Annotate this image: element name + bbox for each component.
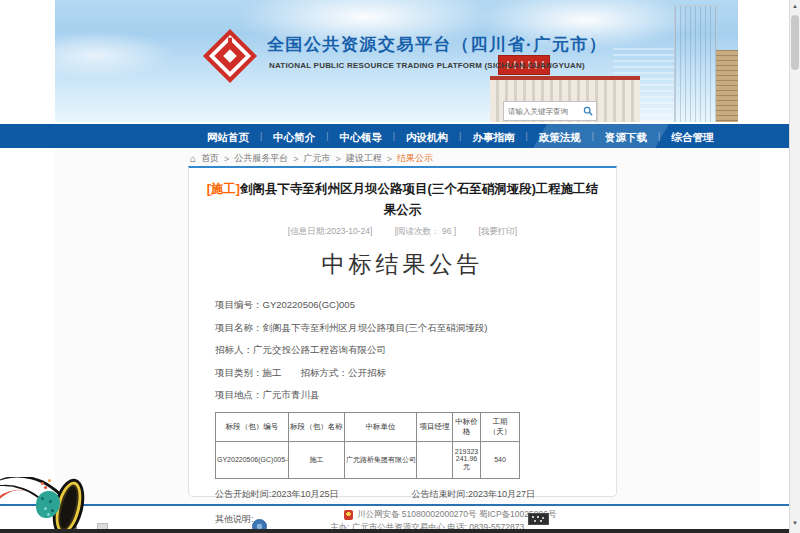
site-banner: 全国公共资源交易平台（四川省·广元市） NATIONAL PUBLIC RESO… [55, 0, 738, 122]
nav-item-management[interactable]: 综合管理 [660, 131, 724, 143]
scroll-up-icon[interactable]: ▲ [790, 3, 800, 9]
home-icon: ⌂ [190, 154, 196, 164]
field-tenderee: 招标人：广元交投公路工程咨询有限公司 [215, 344, 616, 357]
article-meta: [信息日期:2023-10-24] [阅读次数： 96 ] [我要打印] [189, 226, 616, 238]
article-card: [施工]剑阁县下寺至利州区月坝公路项目(三个石至硝洞垭段)工程施工结果公示 [信… [188, 166, 617, 497]
breadcrumb-separator: > [293, 154, 298, 164]
table-header-row: 标段（包）编号 标段（包）名称 中标单位 项目经理 中标价格 工期（天） [216, 412, 520, 441]
col-duration: 工期（天） [481, 412, 520, 441]
print-link[interactable]: [我要打印] [479, 226, 518, 236]
table-row: GY20220506(GC)005-003 施工 广元路桥集团有限公司 2193… [216, 441, 520, 478]
cell-winning-bidder: 广元路桥集团有限公司 [345, 441, 417, 478]
field-location: 项目地点：广元市青川县 [215, 389, 616, 402]
article-title: [施工]剑阁县下寺至利州区月坝公路项目(三个石至硝洞垭段)工程施工结果公示 [205, 179, 600, 220]
cell-section-name: 施工 [289, 441, 345, 478]
breadcrumb-guangyuan[interactable]: 广元市 [304, 152, 331, 165]
beian-text: 川公网安备 51080002000270号 蜀ICP备10025896号 [357, 509, 556, 521]
meta-views: [阅读次数： 96 ] [395, 226, 456, 236]
nav-item-downloads[interactable]: 资源下载 [594, 131, 658, 143]
nav-list: 网站首页 | 中心简介 | 中心领导 | 内设机构 | 办事指南 | 政策法规 … [196, 124, 724, 148]
artifact-dots [41, 482, 44, 485]
cell-bid-price: 219323241.96元 [453, 441, 481, 478]
breadcrumb-home[interactable]: 首页 [201, 152, 219, 165]
cell-project-manager [417, 441, 453, 478]
bid-result-table: 标段（包）编号 标段（包）名称 中标单位 项目经理 中标价格 工期（天） GY2… [215, 412, 520, 479]
field-project-number: 项目编号：GY20220506(GC)005 [215, 299, 616, 312]
national-emblem-icon [344, 510, 353, 520]
nav-item-center-leaders[interactable]: 中心领导 [329, 131, 393, 143]
bottom-edge-strip [0, 529, 800, 533]
site-title: 全国公共资源交易平台（四川省·广元市） [267, 33, 607, 56]
footer-beian: 川公网安备 51080002000270号 蜀ICP备10025896号 [344, 509, 556, 521]
nav-item-policies[interactable]: 政策法规 [528, 131, 592, 143]
gov-site-badge [528, 513, 549, 525]
article-title-text: 剑阁县下寺至利州区月坝公路项目(三个石至硝洞垭段)工程施工结果公示 [240, 182, 598, 217]
cloud-decoration [55, 30, 175, 80]
announcement-start-time: 公告开始时间:2023年10月25日 [215, 488, 339, 501]
scrollbar-thumb[interactable] [791, 15, 799, 70]
platform-logo-icon [201, 27, 259, 85]
search-icon [583, 106, 593, 116]
scroll-down-icon[interactable]: ▼ [790, 520, 800, 526]
nav-item-guide[interactable]: 办事指南 [461, 131, 525, 143]
main-nav: 网站首页 | 中心简介 | 中心领导 | 内设机构 | 办事指南 | 政策法规 … [0, 124, 789, 148]
cell-section-number: GY20220506(GC)005-003 [216, 441, 289, 478]
announcement-times: 公告开始时间:2023年10月25日 公告结束时间:2023年10月27日 [215, 488, 535, 501]
building-image [716, 50, 738, 122]
nav-item-center-intro[interactable]: 中心简介 [262, 131, 326, 143]
col-section-name: 标段（包）名称 [289, 412, 345, 441]
search-button[interactable] [580, 103, 596, 119]
building-image [674, 5, 717, 122]
breadcrumb-separator: > [387, 154, 392, 164]
footer-divider [0, 504, 789, 506]
project-fields: 项目编号：GY20220506(GC)005 项目名称：剑阁县下寺至利州区月坝公… [215, 299, 616, 402]
article-category-tag: [施工] [207, 182, 240, 196]
nav-item-home[interactable]: 网站首页 [196, 131, 260, 143]
field-category-method: 项目类别：施工 招标方式：公开招标 [215, 367, 616, 380]
col-section-number: 标段（包）编号 [216, 412, 289, 441]
vertical-scrollbar[interactable]: ▲ ▼ [789, 0, 800, 533]
search-box[interactable] [503, 101, 597, 121]
col-bid-price: 中标价格 [453, 412, 481, 441]
breadcrumb-separator: > [224, 154, 229, 164]
breadcrumb-construction[interactable]: 建设工程 [346, 152, 382, 165]
field-project-name: 项目名称：剑阁县下寺至利州区月坝公路项目(三个石至硝洞垭段) [215, 322, 616, 335]
breadcrumb-separator: > [336, 154, 341, 164]
breadcrumb-public-service[interactable]: 公共服务平台 [234, 152, 288, 165]
breadcrumb-current: 结果公示 [397, 152, 433, 165]
col-project-manager: 项目经理 [417, 412, 453, 441]
meta-date: [信息日期:2023-10-24] [288, 226, 373, 236]
cell-duration: 540 [481, 441, 520, 478]
breadcrumb: ⌂ 首页 > 公共服务平台 > 广元市 > 建设工程 > 结果公示 [190, 152, 433, 165]
col-winning-bidder: 中标单位 [345, 412, 417, 441]
notice-title: 中标结果公告 [189, 249, 616, 280]
nav-item-departments[interactable]: 内设机构 [395, 131, 459, 143]
search-input[interactable] [504, 107, 580, 116]
announcement-end-time: 公告结束时间:2023年10月27日 [411, 488, 535, 501]
site-subtitle: NATIONAL PUBLIC RESOURCE TRADING PLATFOR… [269, 61, 585, 70]
